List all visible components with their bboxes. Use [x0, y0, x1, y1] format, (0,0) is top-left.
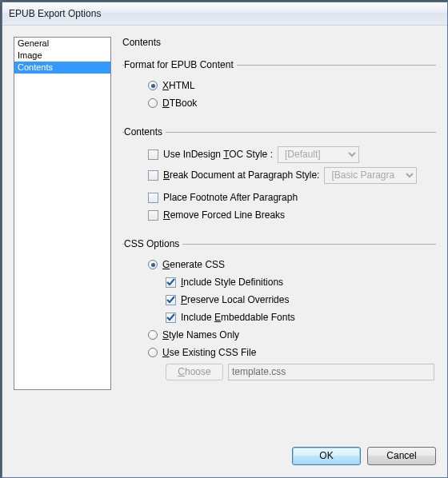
ok-button[interactable]: OK	[292, 447, 361, 465]
radio-icon	[148, 330, 158, 340]
titlebar: EPUB Export Options	[2, 2, 447, 26]
check-label: Place Footnote After Paragraph	[163, 192, 298, 203]
checkbox-icon	[148, 170, 158, 181]
radio-dtbook[interactable]: DTBook	[148, 98, 197, 109]
group-contents-legend: Contents	[124, 126, 166, 137]
group-css-legend: CSS Options	[124, 238, 182, 249]
sidebar-item-general[interactable]: General	[14, 38, 110, 50]
check-footnote[interactable]: Place Footnote After Paragraph	[148, 192, 298, 203]
combo-toc-style[interactable]: [Default]	[278, 146, 359, 163]
dialog-window: EPUB Export Options General Image Conten…	[2, 2, 448, 478]
check-use-toc[interactable]: Use InDesign TOC Style :	[148, 149, 273, 160]
sidebar-item-label: Image	[18, 50, 42, 60]
dialog-body: General Image Contents Contents Format f…	[2, 26, 447, 439]
group-css: CSS Options Generate CSS Include Style D…	[122, 238, 436, 385]
choose-button[interactable]: Choose	[166, 364, 223, 380]
combo-break-style[interactable]: [Basic Paragra	[324, 167, 417, 184]
checkbox-icon	[148, 149, 158, 160]
check-include-fonts[interactable]: Include Embeddable Fonts	[166, 312, 295, 323]
sidebar-item-contents[interactable]: Contents	[14, 62, 110, 74]
check-remove-breaks[interactable]: Remove Forced Line Breaks	[148, 209, 285, 221]
radio-icon	[148, 98, 158, 108]
sidebar-item-label: General	[18, 38, 49, 48]
sidebar-item-label: Contents	[18, 62, 53, 72]
radio-label: Style Names Only	[162, 329, 239, 341]
dialog-footer: OK Cancel	[2, 439, 447, 477]
radio-xhtml[interactable]: XHTML	[148, 80, 195, 91]
sidebar: General Image Contents	[14, 37, 111, 390]
check-label: Use InDesign TOC Style :	[163, 149, 273, 160]
check-label: Preserve Local Overrides	[181, 294, 289, 305]
radio-label: Generate CSS	[162, 259, 225, 270]
main-panel: Contents Format for EPUB Content XHTML /…	[122, 37, 436, 434]
group-format: Format for EPUB Content XHTML /*fix unde…	[122, 59, 436, 115]
radio-icon	[148, 348, 158, 357]
radio-label: Use Existing CSS File	[162, 347, 256, 358]
checkbox-icon	[166, 295, 176, 305]
checkbox-icon	[166, 313, 176, 323]
page-heading: Contents	[122, 37, 436, 48]
checkbox-icon	[148, 193, 158, 203]
checkbox-icon	[148, 210, 158, 221]
check-label: Include Embeddable Fonts	[181, 312, 295, 323]
radio-label: XHTML	[162, 80, 195, 91]
check-preserve-overrides[interactable]: Preserve Local Overrides	[166, 294, 289, 305]
radio-style-names-only[interactable]: Style Names Only	[148, 329, 239, 341]
radio-icon	[148, 260, 158, 269]
check-label: Break Document at Paragraph Style:	[163, 169, 319, 181]
group-contents: Contents Use InDesign TOC Style : [Defau…	[122, 126, 436, 227]
radio-icon	[148, 81, 158, 90]
check-label: Include Style Definitions	[181, 277, 283, 288]
checkbox-icon	[166, 277, 176, 288]
group-format-legend: Format for EPUB Content	[124, 59, 237, 70]
window-title: EPUB Export Options	[9, 8, 101, 19]
check-label: Remove Forced Line Breaks	[163, 209, 285, 221]
cancel-button[interactable]: Cancel	[367, 447, 436, 465]
check-break-doc[interactable]: Break Document at Paragraph Style:	[148, 169, 319, 181]
sidebar-item-image[interactable]: Image	[14, 50, 110, 62]
radio-use-existing-css[interactable]: Use Existing CSS File	[148, 347, 256, 358]
css-path-field[interactable]	[228, 364, 434, 380]
radio-generate-css[interactable]: Generate CSS	[148, 259, 225, 270]
check-include-style-defs[interactable]: Include Style Definitions	[166, 277, 283, 288]
radio-label: DTBook	[162, 98, 197, 109]
